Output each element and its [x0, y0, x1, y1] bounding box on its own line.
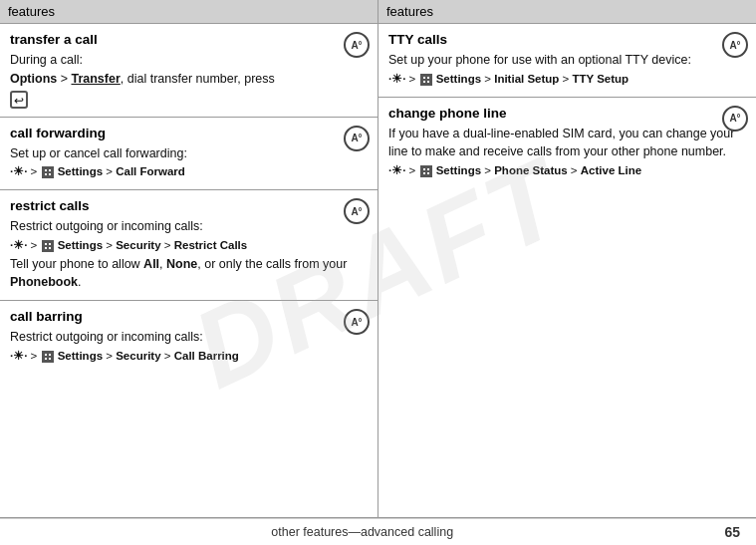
grid-icon-barring — [42, 351, 54, 363]
transfer-line1: During a call: — [10, 53, 83, 67]
transfer-line2: Options > Transfer, dial transfer number… — [10, 72, 275, 86]
restrict-calls-cell: A° restrict calls Restrict outgoing or i… — [0, 190, 378, 301]
barring-path: ·☀· > Settings > Security > Call Barring — [10, 350, 239, 362]
right-header: features — [378, 0, 756, 24]
restrict-extra: Tell your phone to allow All, None, or o… — [10, 257, 347, 290]
tty-line1: Set up your phone for use with an option… — [388, 53, 691, 67]
restrict-calls-body: Restrict outgoing or incoming calls: ·☀·… — [10, 217, 368, 292]
phoneline-line1: If you have a dual-line-enabled SIM card… — [388, 127, 734, 159]
left-column: features A° transfer a call During a cal… — [0, 0, 378, 518]
main-container: features A° transfer a call During a cal… — [0, 0, 756, 518]
call-forwarding-body: Set up or cancel call forwarding: ·☀· > … — [10, 144, 368, 182]
call-barring-cell: A° call barring Restrict outgoing or inc… — [0, 301, 378, 374]
transfer-icon: ↩ — [10, 91, 28, 109]
tty-body: Set up your phone for use with an option… — [388, 51, 746, 89]
call-forwarding-title: call forwarding — [10, 126, 368, 140]
circle-icon-tty: A° — [722, 32, 748, 58]
call-barring-title: call barring — [10, 309, 368, 324]
footer-label: other features—advanced calling — [271, 525, 453, 539]
circle-icon-phoneline: A° — [722, 106, 748, 132]
grid-icon-forwarding — [42, 166, 54, 178]
transfer-call-title: transfer a call — [10, 32, 368, 47]
circle-icon-forwarding: A° — [344, 126, 370, 151]
change-phone-line-cell: A° change phone line If you have a dual-… — [378, 98, 756, 188]
page-number: 65 — [724, 524, 740, 540]
grid-icon-phoneline — [420, 165, 432, 177]
circle-icon-restrict: A° — [344, 198, 370, 224]
footer-text: other features—advanced calling — [0, 525, 724, 539]
left-header-text: features — [8, 4, 55, 19]
call-barring-body: Restrict outgoing or incoming calls: ·☀·… — [10, 328, 368, 366]
left-header: features — [0, 0, 378, 24]
forwarding-line1: Set up or cancel call forwarding: — [10, 146, 187, 160]
call-forwarding-cell: A° call forwarding Set up or cancel call… — [0, 118, 378, 191]
restrict-line1: Restrict outgoing or incoming calls: — [10, 219, 203, 233]
forwarding-path: ·☀· > Settings > Call Forward — [10, 165, 185, 177]
transfer-call-cell: A° transfer a call During a call: Option… — [0, 24, 378, 118]
circle-icon-transfer: A° — [344, 32, 370, 58]
right-header-text: features — [386, 4, 433, 19]
grid-icon-tty — [420, 74, 432, 86]
right-column: features A° TTY calls Set up your phone … — [378, 0, 756, 518]
transfer-call-body: During a call: Options > Transfer, dial … — [10, 51, 368, 109]
restrict-path: ·☀· > Settings > Security > Restrict Cal… — [10, 239, 247, 251]
phoneline-path: ·☀· > Settings > Phone Status > Active L… — [388, 164, 641, 176]
restrict-calls-title: restrict calls — [10, 198, 368, 213]
change-phone-line-body: If you have a dual-line-enabled SIM card… — [388, 125, 746, 180]
change-phone-line-title: change phone line — [388, 106, 746, 121]
tty-path: ·☀· > Settings > Initial Setup > TTY Set… — [388, 73, 629, 85]
tty-title: TTY calls — [388, 32, 746, 47]
tty-calls-cell: A° TTY calls Set up your phone for use w… — [378, 24, 756, 98]
circle-icon-barring: A° — [344, 309, 370, 335]
grid-icon-restrict — [42, 240, 54, 252]
barring-line1: Restrict outgoing or incoming calls: — [10, 330, 203, 344]
footer: other features—advanced calling 65 — [0, 518, 756, 545]
